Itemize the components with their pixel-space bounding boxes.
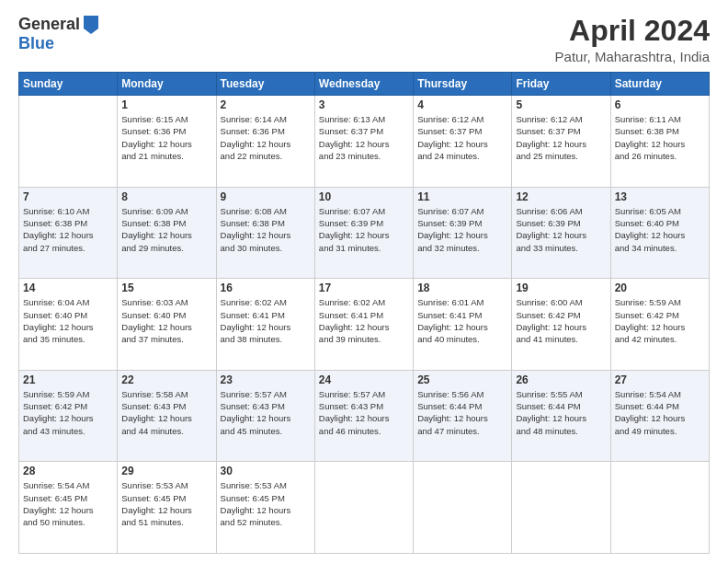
day-number: 17: [319, 282, 409, 294]
calendar-cell: 15Sunrise: 6:03 AM Sunset: 6:40 PM Dayli…: [118, 279, 216, 371]
day-number: 30: [221, 465, 311, 477]
calendar-cell: [414, 462, 512, 554]
calendar-cell: 1Sunrise: 6:15 AM Sunset: 6:36 PM Daylig…: [118, 96, 216, 188]
day-info: Sunrise: 6:02 AM Sunset: 6:41 PM Dayligh…: [319, 296, 409, 345]
day-info: Sunrise: 6:14 AM Sunset: 6:36 PM Dayligh…: [221, 113, 311, 162]
day-number: 3: [319, 98, 409, 111]
day-info: Sunrise: 6:09 AM Sunset: 6:38 PM Dayligh…: [121, 205, 211, 254]
day-info: Sunrise: 5:56 AM Sunset: 6:44 PM Dayligh…: [417, 388, 507, 437]
day-number: 28: [23, 465, 113, 477]
calendar-cell: 24Sunrise: 5:57 AM Sunset: 6:43 PM Dayli…: [314, 370, 413, 462]
day-info: Sunrise: 6:12 AM Sunset: 6:37 PM Dayligh…: [516, 113, 606, 162]
day-info: Sunrise: 5:57 AM Sunset: 6:43 PM Dayligh…: [319, 388, 409, 437]
location: Patur, Maharashtra, India: [555, 49, 710, 64]
header-wednesday: Wednesday: [314, 73, 413, 96]
day-number: 5: [516, 98, 606, 111]
calendar-cell: 4Sunrise: 6:12 AM Sunset: 6:37 PM Daylig…: [414, 96, 512, 188]
day-number: 11: [417, 190, 507, 203]
day-number: 14: [23, 282, 113, 294]
calendar-cell: 8Sunrise: 6:09 AM Sunset: 6:38 PM Daylig…: [118, 187, 216, 279]
calendar-cell: 2Sunrise: 6:14 AM Sunset: 6:36 PM Daylig…: [216, 96, 314, 188]
calendar-cell: 20Sunrise: 5:59 AM Sunset: 6:42 PM Dayli…: [610, 279, 709, 371]
logo-general-text: General: [18, 15, 80, 34]
day-number: 20: [615, 282, 705, 294]
day-info: Sunrise: 5:55 AM Sunset: 6:44 PM Dayligh…: [516, 388, 606, 437]
day-number: 27: [615, 373, 705, 386]
title-block: April 2024 Patur, Maharashtra, India: [555, 15, 710, 64]
day-number: 24: [319, 373, 409, 386]
calendar-cell: 11Sunrise: 6:07 AM Sunset: 6:39 PM Dayli…: [414, 187, 512, 279]
calendar-cell: 30Sunrise: 5:53 AM Sunset: 6:45 PM Dayli…: [216, 462, 314, 554]
day-info: Sunrise: 5:54 AM Sunset: 6:44 PM Dayligh…: [615, 388, 705, 437]
calendar-cell: 22Sunrise: 5:58 AM Sunset: 6:43 PM Dayli…: [118, 370, 216, 462]
header-monday: Monday: [118, 73, 216, 96]
day-number: 2: [221, 98, 311, 111]
logo-icon: [84, 16, 98, 34]
day-number: 23: [221, 373, 311, 386]
day-number: 12: [516, 190, 606, 203]
calendar-cell: 10Sunrise: 6:07 AM Sunset: 6:39 PM Dayli…: [314, 187, 413, 279]
day-number: 4: [417, 98, 507, 111]
day-info: Sunrise: 6:08 AM Sunset: 6:38 PM Dayligh…: [221, 205, 311, 254]
calendar-cell: 23Sunrise: 5:57 AM Sunset: 6:43 PM Dayli…: [216, 370, 314, 462]
header-sunday: Sunday: [19, 73, 118, 96]
header-thursday: Thursday: [414, 73, 512, 96]
svg-marker-0: [84, 16, 98, 34]
calendar-cell: 29Sunrise: 5:53 AM Sunset: 6:45 PM Dayli…: [118, 462, 216, 554]
calendar-cell: 6Sunrise: 6:11 AM Sunset: 6:38 PM Daylig…: [610, 96, 709, 188]
day-number: 6: [615, 98, 705, 111]
logo: General Blue: [18, 15, 98, 53]
calendar-cell: 25Sunrise: 5:56 AM Sunset: 6:44 PM Dayli…: [414, 370, 512, 462]
day-number: 8: [121, 190, 211, 203]
day-number: 9: [221, 190, 311, 203]
day-number: 21: [23, 373, 113, 386]
calendar-cell: 16Sunrise: 6:02 AM Sunset: 6:41 PM Dayli…: [216, 279, 314, 371]
calendar-cell: 3Sunrise: 6:13 AM Sunset: 6:37 PM Daylig…: [314, 96, 413, 188]
day-info: Sunrise: 6:05 AM Sunset: 6:40 PM Dayligh…: [615, 205, 705, 254]
header-friday: Friday: [512, 73, 610, 96]
day-number: 29: [121, 465, 211, 477]
day-info: Sunrise: 6:12 AM Sunset: 6:37 PM Dayligh…: [417, 113, 507, 162]
day-info: Sunrise: 6:03 AM Sunset: 6:40 PM Dayligh…: [121, 296, 211, 345]
day-info: Sunrise: 5:57 AM Sunset: 6:43 PM Dayligh…: [221, 388, 311, 437]
header-saturday: Saturday: [610, 73, 709, 96]
day-info: Sunrise: 5:53 AM Sunset: 6:45 PM Dayligh…: [221, 479, 311, 528]
day-info: Sunrise: 6:11 AM Sunset: 6:38 PM Dayligh…: [615, 113, 705, 162]
day-info: Sunrise: 6:10 AM Sunset: 6:38 PM Dayligh…: [23, 205, 113, 254]
day-info: Sunrise: 5:53 AM Sunset: 6:45 PM Dayligh…: [121, 479, 211, 528]
calendar-week-1: 1Sunrise: 6:15 AM Sunset: 6:36 PM Daylig…: [19, 96, 710, 188]
day-info: Sunrise: 6:02 AM Sunset: 6:41 PM Dayligh…: [221, 296, 311, 345]
calendar-cell: 9Sunrise: 6:08 AM Sunset: 6:38 PM Daylig…: [216, 187, 314, 279]
calendar-cell: [314, 462, 413, 554]
day-number: 1: [121, 98, 211, 111]
calendar-cell: [19, 96, 118, 188]
calendar-cell: 7Sunrise: 6:10 AM Sunset: 6:38 PM Daylig…: [19, 187, 118, 279]
calendar-week-2: 7Sunrise: 6:10 AM Sunset: 6:38 PM Daylig…: [19, 187, 710, 279]
day-info: Sunrise: 6:13 AM Sunset: 6:37 PM Dayligh…: [319, 113, 409, 162]
calendar-cell: 14Sunrise: 6:04 AM Sunset: 6:40 PM Dayli…: [19, 279, 118, 371]
calendar-cell: 21Sunrise: 5:59 AM Sunset: 6:42 PM Dayli…: [19, 370, 118, 462]
calendar-cell: 28Sunrise: 5:54 AM Sunset: 6:45 PM Dayli…: [19, 462, 118, 554]
calendar-cell: 26Sunrise: 5:55 AM Sunset: 6:44 PM Dayli…: [512, 370, 610, 462]
day-number: 10: [319, 190, 409, 203]
day-info: Sunrise: 5:58 AM Sunset: 6:43 PM Dayligh…: [121, 388, 211, 437]
calendar-cell: [512, 462, 610, 554]
page: General Blue April 2024 Patur, Maharasht…: [0, 0, 728, 563]
header-tuesday: Tuesday: [216, 73, 314, 96]
calendar-cell: 5Sunrise: 6:12 AM Sunset: 6:37 PM Daylig…: [512, 96, 610, 188]
calendar-cell: 17Sunrise: 6:02 AM Sunset: 6:41 PM Dayli…: [314, 279, 413, 371]
day-number: 18: [417, 282, 507, 294]
calendar-week-3: 14Sunrise: 6:04 AM Sunset: 6:40 PM Dayli…: [19, 279, 710, 371]
calendar-cell: 13Sunrise: 6:05 AM Sunset: 6:40 PM Dayli…: [610, 187, 709, 279]
day-info: Sunrise: 6:07 AM Sunset: 6:39 PM Dayligh…: [417, 205, 507, 254]
day-info: Sunrise: 6:00 AM Sunset: 6:42 PM Dayligh…: [516, 296, 606, 345]
calendar-week-4: 21Sunrise: 5:59 AM Sunset: 6:42 PM Dayli…: [19, 370, 710, 462]
day-number: 22: [121, 373, 211, 386]
day-number: 19: [516, 282, 606, 294]
logo-blue-text: Blue: [18, 34, 54, 53]
calendar-cell: 12Sunrise: 6:06 AM Sunset: 6:39 PM Dayli…: [512, 187, 610, 279]
calendar-week-5: 28Sunrise: 5:54 AM Sunset: 6:45 PM Dayli…: [19, 462, 710, 554]
day-info: Sunrise: 6:07 AM Sunset: 6:39 PM Dayligh…: [319, 205, 409, 254]
calendar-header-row: Sunday Monday Tuesday Wednesday Thursday…: [19, 73, 710, 96]
day-number: 26: [516, 373, 606, 386]
